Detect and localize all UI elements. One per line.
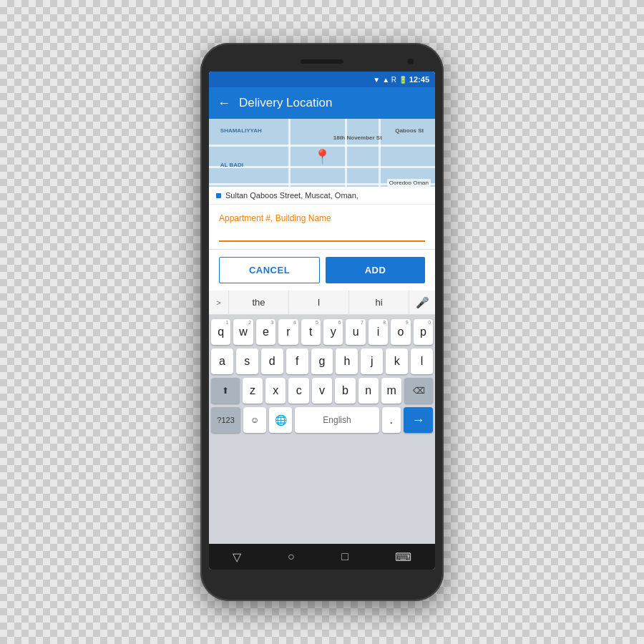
key-c[interactable]: c [288,378,308,404]
key-a[interactable]: a [211,348,233,374]
address-text: Sultan Qaboos Street, Muscat, Oman, [225,191,358,200]
input-section: Appartment #, Building Name [209,205,435,250]
map-road [209,145,435,147]
key-q[interactable]: q1 [211,319,230,345]
suggestion-the[interactable]: the [229,291,289,314]
emoji-key[interactable]: ☺ [243,407,266,433]
keyboard-suggestions: > the I hi 🎤 [209,291,435,315]
phone-screen: ▼ ▲ R 🔋 12:45 ← Delivery Location SHAMAL… [209,72,435,570]
key-l[interactable]: l [411,348,433,374]
key-y[interactable]: y6 [323,319,343,345]
apartment-input[interactable] [219,226,425,242]
input-label: Appartment #, Building Name [219,213,425,223]
map-pin: 📍 [313,148,331,165]
key-n[interactable]: n [358,378,379,404]
keyboard-row-3: ⬆ z x c v b n m ⌫ [211,378,433,404]
map-label-albadi: AL BADI [220,162,243,168]
key-v[interactable]: v [312,378,332,404]
map-label-shamaliyyah: SHAMALIYYAH [220,127,262,134]
nav-recent-button[interactable]: □ [341,550,348,563]
key-t[interactable]: t5 [301,319,321,345]
app-bar: ← Delivery Location [209,87,435,119]
key-z[interactable]: z [243,378,263,404]
app-bar-title: Delivery Location [239,96,332,110]
keyboard-row-1: q1 w2 e3 r4 t5 y6 u7 i8 o9 p0 [211,319,433,345]
nav-back-button[interactable]: ▽ [233,550,241,564]
key-p[interactable]: p0 [414,319,433,345]
address-bar: Sultan Qaboos Street, Muscat, Oman, [209,187,435,205]
key-g[interactable]: g [311,348,333,374]
shift-key[interactable]: ⬆ [211,378,240,404]
keyboard: q1 w2 e3 r4 t5 y6 u7 i8 o9 p0 a s d f g … [209,315,435,544]
wifi-icon: ▼ [373,76,380,84]
map-label-street: 18th November St [333,135,382,141]
back-button[interactable]: ← [218,96,230,111]
key-123[interactable]: ?123 [211,407,240,433]
mic-button[interactable]: 🎤 [409,291,435,314]
suggestion-hi[interactable]: hi [349,291,409,314]
key-j[interactable]: j [361,348,383,374]
key-d[interactable]: d [261,348,283,374]
map-label-qaboos: Qaboos St [395,127,424,134]
key-u[interactable]: u7 [346,319,365,345]
key-h[interactable]: h [336,348,358,374]
keyboard-row-4: ?123 ☺ 🌐 English . → [211,407,433,433]
key-f[interactable]: f [286,348,308,374]
nav-keyboard-button[interactable]: ⌨ [395,550,411,564]
key-i[interactable]: i8 [369,319,388,345]
key-w[interactable]: w2 [233,319,253,345]
key-e[interactable]: e3 [256,319,275,345]
add-button[interactable]: ADD [326,257,425,283]
key-o[interactable]: o9 [391,319,410,345]
period-key[interactable]: . [382,407,401,433]
key-x[interactable]: x [265,378,286,404]
phone-bottom-bar [209,570,435,584]
phone-top-bar [209,52,435,72]
address-dot-icon [216,193,221,198]
key-b[interactable]: b [335,378,355,404]
nav-home-button[interactable]: ○ [288,550,295,563]
key-r[interactable]: r4 [278,319,298,345]
key-s[interactable]: s [236,348,258,374]
buttons-row: CANCEL ADD [209,250,435,291]
phone-speaker [301,59,343,64]
chevron-icon: > [209,291,229,314]
keyboard-row-2: a s d f g h j k l [211,348,433,374]
globe-key[interactable]: 🌐 [269,407,292,433]
action-key[interactable]: → [404,407,433,433]
backspace-key[interactable]: ⌫ [404,378,433,404]
cancel-button[interactable]: CANCEL [219,257,320,283]
signal-icon: ▲ R 🔋 [382,76,407,84]
key-k[interactable]: k [386,348,408,374]
key-m[interactable]: m [381,378,401,404]
map-overlay-text: Ooredoo Oman [387,179,431,187]
status-icons: ▼ ▲ R 🔋 12:45 [373,75,429,84]
status-bar: ▼ ▲ R 🔋 12:45 [209,72,435,87]
space-key[interactable]: English [295,407,379,433]
mic-icon: 🎤 [416,296,429,309]
phone-camera [408,59,414,64]
suggestion-i[interactable]: I [289,291,349,314]
status-time: 12:45 [409,75,429,84]
phone-device: ▼ ▲ R 🔋 12:45 ← Delivery Location SHAMAL… [200,43,444,601]
map-area: SHAMALIYYAH AL BADI 18th November St Qab… [209,119,435,205]
nav-bar: ▽ ○ □ ⌨ [209,544,435,570]
